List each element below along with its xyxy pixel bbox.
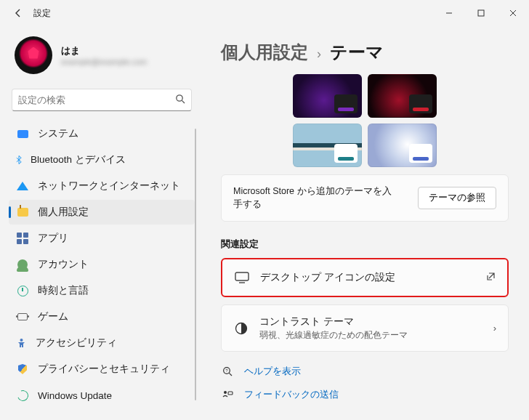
sidebar-item-accessibility[interactable]: アクセシビリティ (9, 331, 195, 355)
sidebar-item-gaming[interactable]: ゲーム (9, 304, 195, 329)
sidebar-item-network[interactable]: ネットワークとインターネット (9, 174, 195, 198)
clock-icon (16, 284, 29, 297)
sidebar-item-label: ネットワークとインターネット (38, 179, 180, 193)
minimize-button[interactable] (433, 0, 465, 26)
search-input[interactable] (18, 94, 175, 105)
card-title: コントラスト テーマ (259, 315, 483, 328)
sidebar-item-label: ゲーム (38, 310, 68, 323)
breadcrumb-parent[interactable]: 個人用設定 (221, 41, 308, 64)
breadcrumb: 個人用設定 › テーマ (221, 41, 509, 64)
sidebar-item-label: アクセシビリティ (36, 336, 117, 350)
related-settings-heading: 関連設定 (221, 238, 509, 251)
card-subtitle: 弱視、光線過敏症のための配色テーマ (259, 330, 483, 341)
store-text: Microsoft Store から追加のテーマを入手する (233, 185, 393, 211)
sidebar-item-label: 時刻と言語 (38, 284, 89, 297)
sidebar-item-privacy[interactable]: プライバシーとセキュリティ (9, 357, 195, 381)
sidebar-item-label: 個人用設定 (38, 206, 89, 219)
search-box[interactable] (12, 89, 192, 111)
sidebar-item-label: システム (38, 127, 78, 140)
svg-rect-1 (478, 10, 484, 16)
contrast-theme-card[interactable]: コントラスト テーマ 弱視、光線過敏症のための配色テーマ › (221, 304, 509, 352)
apps-icon (16, 232, 29, 245)
sidebar-item-personalization[interactable]: 個人用設定 (9, 200, 195, 225)
svg-line-9 (229, 373, 232, 376)
person-icon (16, 258, 29, 271)
chevron-right-icon: › (493, 323, 496, 334)
help-icon: ? (221, 366, 234, 377)
page-title: テーマ (330, 41, 384, 64)
svg-point-11 (224, 391, 227, 394)
user-name: はま (61, 44, 147, 57)
system-icon (16, 127, 29, 140)
shield-icon (16, 363, 29, 376)
feedback-icon (221, 389, 234, 400)
close-button[interactable] (497, 0, 529, 26)
user-block[interactable]: はま example@example.com (9, 31, 195, 86)
card-title: デスクトップ アイコンの設定 (260, 271, 476, 284)
contrast-icon (233, 320, 249, 336)
wifi-icon (16, 179, 29, 193)
help-link[interactable]: ? ヘルプを表示 (221, 365, 509, 378)
svg-line-3 (182, 100, 185, 103)
svg-point-4 (20, 339, 23, 342)
sidebar-item-apps[interactable]: アプリ (9, 226, 195, 251)
sidebar-item-label: アプリ (38, 232, 68, 245)
sidebar-item-accounts[interactable]: アカウント (9, 252, 195, 277)
svg-rect-5 (235, 272, 249, 280)
window-title: 設定 (33, 7, 51, 20)
back-button[interactable] (13, 8, 23, 18)
avatar (15, 36, 52, 74)
sidebar-item-system[interactable]: システム (9, 121, 195, 146)
monitor-icon (234, 270, 250, 286)
svg-rect-12 (228, 392, 233, 395)
feedback-link[interactable]: フィードバックの送信 (221, 388, 509, 401)
user-email: example@example.com (61, 57, 147, 66)
sidebar-item-label: アカウント (38, 258, 89, 271)
brush-icon (16, 206, 29, 219)
link-label: ヘルプを表示 (244, 365, 301, 378)
theme-thumbnail[interactable] (368, 74, 437, 118)
sidebar-item-label: Bluetooth とデバイス (31, 153, 126, 166)
update-icon (16, 389, 29, 402)
svg-point-2 (177, 95, 182, 101)
svg-text:?: ? (225, 368, 228, 373)
maximize-button[interactable] (465, 0, 497, 26)
store-bar: Microsoft Store から追加のテーマを入手する テーマの参照 (221, 174, 509, 222)
sidebar-item-label: Windows Update (38, 390, 112, 401)
sidebar-item-update[interactable]: Windows Update (9, 383, 195, 408)
theme-thumbnail[interactable] (293, 124, 362, 167)
gamepad-icon (16, 310, 29, 323)
sidebar-item-label: プライバシーとセキュリティ (38, 363, 170, 376)
desktop-icon-settings-card[interactable]: デスクトップ アイコンの設定 (221, 258, 509, 297)
external-link-icon (486, 272, 496, 283)
theme-thumbnail[interactable] (293, 74, 362, 118)
sidebar-item-time-language[interactable]: 時刻と言語 (9, 278, 195, 303)
theme-thumbnail[interactable] (368, 124, 437, 167)
link-label: フィードバックの送信 (244, 388, 339, 401)
sidebar-item-bluetooth[interactable]: Bluetooth とデバイス (9, 148, 195, 172)
browse-themes-button[interactable]: テーマの参照 (418, 187, 496, 209)
accessibility-icon (16, 338, 27, 349)
chevron-right-icon: › (317, 47, 321, 62)
bluetooth-icon (16, 155, 22, 165)
search-icon (175, 94, 185, 106)
